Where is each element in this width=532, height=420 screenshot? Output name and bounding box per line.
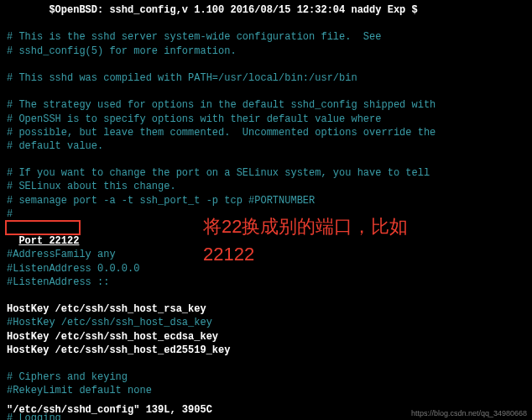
annotation-text: 将22换成别的端口，比如 22122 <box>203 213 408 268</box>
watermark: https://blog.csdn.net/qq_34980668 <box>411 408 527 418</box>
config-comment-line: # possible, but leave them commented. Un… <box>7 126 532 139</box>
config-comment-line: #RekeyLimit default none <box>7 384 532 397</box>
config-comment-line: # The strategy used for options in the d… <box>7 98 532 112</box>
comment-block-7: # Ciphers and keying#RekeyLimit default … <box>7 370 532 397</box>
config-comment-line: # semanage port -a -t ssh_port_t -p tcp … <box>7 194 532 207</box>
blank <box>7 357 532 370</box>
comment-block-2: # This sshd was compiled with PATH=/usr/… <box>7 71 532 85</box>
hostkey-ed25519: HostKey /etc/ssh/ssh_host_ed25519_key <box>7 344 532 357</box>
comment-block-6: #HostKey /etc/ssh/ssh_host_dsa_key <box>7 316 532 329</box>
hostkey-rsa: HostKey /etc/ssh/ssh_host_rsa_key <box>7 302 532 316</box>
config-comment-line: # This is the sshd server system-wide co… <box>7 30 532 44</box>
config-comment-line: # OpenSSH is to specify options with the… <box>7 113 532 126</box>
config-comment-line: # If you want to change the port on a SE… <box>7 166 532 180</box>
header-line: $OpenBSD: sshd_config,v 1.100 2016/08/15… <box>7 3 532 17</box>
vim-status-bar: "/etc/ssh/sshd_config" 139L, 3905C <box>7 403 212 417</box>
config-comment-line: # default value. <box>7 139 532 153</box>
blank <box>7 85 532 98</box>
config-comment-line: #ListenAddress :: <box>7 276 532 289</box>
config-comment-line: # SELinux about this change. <box>7 180 532 193</box>
config-comment-line: # This sshd was compiled with PATH=/usr/… <box>7 71 532 85</box>
blank <box>7 153 532 166</box>
blank <box>7 17 532 30</box>
config-comment-line: # Ciphers and keying <box>7 370 532 384</box>
blank <box>7 289 532 302</box>
hostkey-ecdsa: HostKey /etc/ssh/ssh_host_ecdsa_key <box>7 330 532 344</box>
blank <box>7 58 532 71</box>
config-comment-line: # sshd_config(5) for more information. <box>7 45 532 58</box>
comment-block-3: # The strategy used for options in the d… <box>7 98 532 153</box>
comment-block-1: # This is the sshd server system-wide co… <box>7 30 532 57</box>
config-comment-line: #HostKey /etc/ssh/ssh_host_dsa_key <box>7 316 532 329</box>
